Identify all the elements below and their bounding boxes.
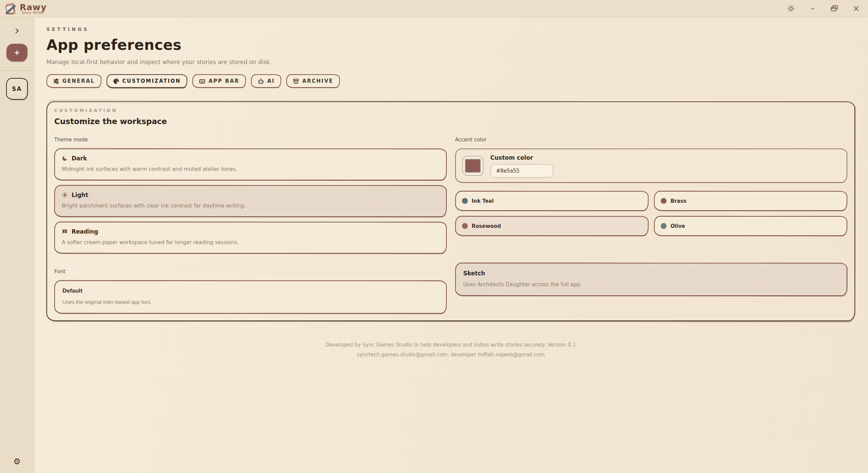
avatar[interactable]: SA	[6, 78, 28, 100]
preset-name: Olive	[671, 223, 685, 229]
new-story-button[interactable]: +	[6, 44, 27, 61]
custom-color-picker[interactable]	[462, 156, 483, 176]
tab-app-bar[interactable]: APP BAR	[192, 74, 246, 88]
theme-name: Dark	[72, 155, 87, 162]
accent-column: Accent color Custom color I	[455, 137, 848, 314]
footer-line2: synctech.games.studio@gmail.com, develop…	[46, 350, 855, 360]
card-head: Dark	[62, 155, 439, 162]
accent-preset-olive[interactable]: Olive	[654, 216, 847, 236]
restore-button[interactable]	[829, 3, 840, 14]
font-name: Sketch	[463, 270, 840, 277]
tab-label: APP BAR	[209, 78, 239, 84]
settings-page: SETTINGS App preferences Manage local-fi…	[34, 17, 868, 473]
app-window: Rawy Story Writer –	[0, 0, 868, 473]
custom-color-fields: Custom color	[490, 154, 553, 178]
settings-tabs: GENERAL CUSTOMIZATION	[46, 74, 868, 88]
gear-icon: ⚙	[13, 457, 21, 466]
app-logo: Rawy Story Writer	[4, 2, 47, 15]
color-dot	[462, 223, 468, 229]
chevron-right-icon	[14, 27, 20, 34]
page-title: App preferences	[46, 37, 868, 53]
moon-icon	[62, 155, 68, 161]
preset-name: Brass	[671, 198, 687, 204]
theme-description: A softer cream-paper workspace tuned for…	[62, 239, 439, 245]
theme-name: Reading	[72, 228, 98, 235]
archive-icon	[293, 78, 299, 84]
theme-option-dark[interactable]: Dark Midnight ink surfaces with warm con…	[54, 149, 447, 180]
panel-title: Customize the workspace	[54, 117, 847, 126]
theme-option-reading[interactable]: Reading A softer cream-paper workspace t…	[54, 222, 447, 254]
sidebar-expand-button[interactable]	[14, 27, 20, 34]
footer-line1: Developed by Sync Games Studio to help d…	[46, 340, 855, 350]
font-name: Default	[62, 288, 439, 294]
tab-archive[interactable]: ARCHIVE	[286, 74, 340, 88]
theme-description: Midnight ink surfaces with warm contrast…	[62, 166, 439, 172]
sliders-icon	[53, 78, 59, 84]
tab-label: GENERAL	[62, 78, 95, 84]
color-dot	[462, 198, 468, 204]
app-tagline: Story Writer	[22, 11, 47, 15]
panel-eyebrow: CUSTOMIZATION	[54, 108, 847, 113]
plus-icon: +	[14, 48, 19, 57]
tab-general[interactable]: GENERAL	[46, 74, 101, 88]
custom-color-title: Custom color	[490, 154, 553, 161]
accent-color-label: Accent color	[455, 137, 848, 143]
font-description: Uses Architects Daughter across the full…	[463, 281, 840, 288]
font-option-default[interactable]: Default Uses the original Inter-based ap…	[54, 280, 447, 314]
close-button[interactable]: ×	[850, 3, 862, 14]
brand-text: Rawy Story Writer	[20, 3, 47, 15]
theme-description: Bright parchment surfaces with clear ink…	[62, 203, 439, 209]
color-dot	[661, 223, 667, 229]
custom-color-input[interactable]	[490, 164, 553, 178]
theme-toggle-button[interactable]	[785, 3, 797, 14]
close-icon: ×	[853, 4, 860, 13]
tab-ai[interactable]: AI	[251, 74, 281, 88]
window-controls: – ×	[785, 3, 862, 14]
card-head: Reading	[62, 228, 439, 235]
preset-name: Ink Teal	[472, 198, 494, 204]
panel-grid: Theme mode Dark Midnight ink surfaces wi…	[54, 137, 847, 314]
custom-color-panel: Custom color	[455, 149, 848, 183]
sidebar: + SA ⚙	[0, 17, 34, 473]
font-label: Font	[54, 269, 447, 275]
tab-customization[interactable]: CUSTOMIZATION	[107, 74, 187, 88]
custom-color-swatch	[465, 159, 481, 173]
restore-icon	[830, 5, 838, 12]
preset-name: Rosewood	[472, 223, 501, 229]
app-bar-icon	[199, 78, 206, 84]
theme-column: Theme mode Dark Midnight ink surfaces wi…	[54, 137, 447, 314]
tab-label: AI	[267, 78, 275, 84]
app-footer: Developed by Sync Games Studio to help d…	[46, 340, 855, 360]
sun-icon	[62, 192, 68, 198]
font-label-spacer	[455, 251, 848, 257]
palette-icon	[113, 78, 119, 84]
accent-preset-brass[interactable]: Brass	[654, 191, 847, 211]
font-description: Uses the original Inter-based app font.	[62, 299, 439, 305]
accent-presets: Ink Teal Brass Rosewood Olive	[455, 191, 848, 236]
tab-label: ARCHIVE	[302, 78, 333, 84]
font-option-sketch[interactable]: Sketch Uses Architects Daughter across t…	[455, 263, 848, 296]
sidebar-divider	[0, 70, 34, 71]
accent-preset-ink-teal[interactable]: Ink Teal	[455, 191, 649, 211]
theme-name: Light	[72, 192, 88, 198]
theme-option-light[interactable]: Light Bright parchment surfaces with cle…	[54, 185, 447, 217]
minimize-button[interactable]: –	[807, 3, 818, 14]
page-subtitle: Manage local-first behavior and inspect …	[46, 59, 868, 65]
logo-icon	[4, 2, 18, 15]
customization-panel: CUSTOMIZATION Customize the workspace Th…	[46, 101, 855, 321]
card-head: Light	[62, 192, 439, 198]
sun-icon	[787, 5, 795, 12]
book-icon	[62, 229, 68, 235]
settings-eyebrow: SETTINGS	[46, 26, 868, 32]
titlebar: Rawy Story Writer –	[0, 0, 868, 17]
settings-button[interactable]: ⚙	[13, 457, 21, 466]
accent-preset-rosewood[interactable]: Rosewood	[455, 216, 649, 236]
tab-label: CUSTOMIZATION	[122, 78, 181, 84]
color-dot	[661, 198, 667, 204]
robot-icon	[257, 78, 264, 84]
theme-mode-label: Theme mode	[54, 137, 447, 143]
minimize-icon: –	[811, 4, 815, 13]
